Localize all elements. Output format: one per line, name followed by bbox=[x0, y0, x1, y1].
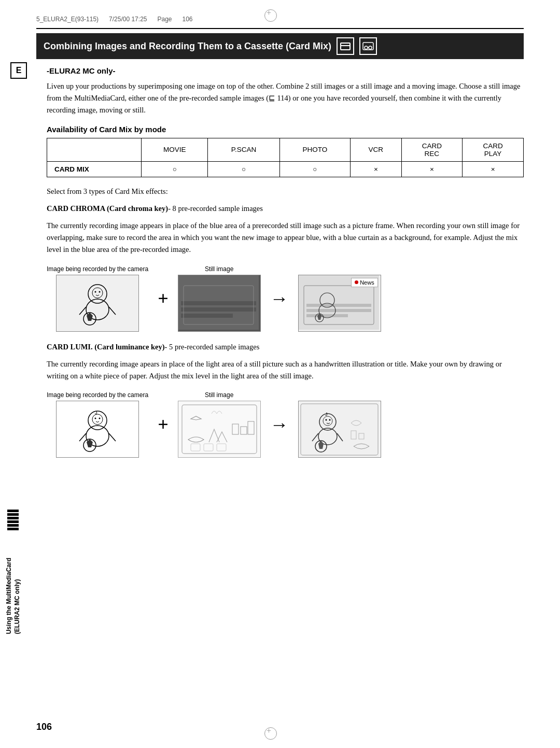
e-badge: E bbox=[10, 62, 27, 79]
lumi-camera-frame: J bbox=[56, 401, 139, 458]
file-header: 5_ELURA2_E(93-115) 7/25/00 17:25 Page 10… bbox=[36, 16, 524, 23]
row-label-card-mix: CARD MIX bbox=[47, 161, 142, 177]
plus-operator-2: + bbox=[153, 414, 173, 435]
news-screen-svg bbox=[178, 275, 259, 330]
svg-point-26 bbox=[88, 411, 107, 430]
combined-news-dot-icon bbox=[355, 280, 358, 284]
col-header-card-play: CARDPLAY bbox=[463, 138, 524, 161]
intro-paragraph: Liven up your productions by superimposi… bbox=[47, 80, 524, 117]
title-bar: Combining Images and Recording Them to a… bbox=[36, 33, 524, 59]
tape-icon bbox=[359, 37, 377, 55]
svg-point-53 bbox=[326, 419, 327, 420]
lumi-combined-frame: J bbox=[298, 401, 381, 458]
svg-rect-16 bbox=[181, 314, 233, 318]
side-label: Using the MultiMediaCard (ELURA2 MC only… bbox=[5, 558, 21, 634]
combined-image-box: placeholder News bbox=[298, 265, 381, 332]
lumi-card-frame bbox=[178, 401, 261, 458]
lumi-still-label: Still image bbox=[205, 391, 233, 399]
svg-point-32 bbox=[95, 417, 96, 419]
camera-image-box: Image being recorded by the camera bbox=[47, 265, 148, 332]
card-lumi-heading-para: CARD LUMI. (Card luminance key)- 5 pre-r… bbox=[47, 341, 524, 353]
card-chroma-suffix: - 8 pre-recorded sample images bbox=[168, 204, 263, 213]
combined-frame: News bbox=[298, 275, 381, 332]
card-lumi-body: The currently recording image apears in … bbox=[47, 358, 524, 382]
table-row: CARD MIX ○ ○ ○ × × × bbox=[47, 161, 524, 177]
svg-point-12 bbox=[99, 291, 101, 293]
cell-card-play: × bbox=[463, 161, 524, 177]
card-chroma-body: The currently recording image appears in… bbox=[47, 220, 524, 256]
svg-rect-21 bbox=[306, 309, 371, 312]
lumi-camera-label: Image being recorded by the camera bbox=[47, 391, 148, 399]
card-lumi-heading: CARD LUMI. (Card luminance key) bbox=[47, 343, 165, 351]
arrow-operator-1: → bbox=[266, 288, 293, 309]
svg-line-29 bbox=[79, 433, 86, 441]
svg-point-4 bbox=[369, 46, 372, 49]
svg-rect-20 bbox=[306, 304, 371, 307]
lumi-still-image-box: Still image bbox=[178, 391, 261, 458]
page-num: 106 bbox=[183, 16, 193, 23]
svg-rect-0 bbox=[341, 43, 350, 50]
section-subtitle: -ELURA2 MC only- bbox=[47, 66, 524, 75]
svg-rect-14 bbox=[181, 301, 256, 305]
title-text: Combining Images and Recording Them to a… bbox=[44, 41, 331, 52]
lumi-camera-image-box: Image being recorded by the camera bbox=[47, 391, 148, 458]
side-label-line1: Using the MultiMediaCard bbox=[5, 558, 12, 634]
lumi-card-svg bbox=[180, 403, 258, 455]
still-label: Still image bbox=[205, 265, 233, 273]
table-section: Availability of Card Mix by mode MOVIE P… bbox=[47, 125, 524, 177]
plus-operator-1: + bbox=[153, 288, 173, 309]
svg-point-5 bbox=[88, 285, 107, 303]
card-chroma-heading: CARD CHROMA (Card chroma key) bbox=[47, 204, 168, 213]
svg-line-30 bbox=[109, 433, 116, 441]
illustration-chroma: Image being recorded by the camera bbox=[47, 265, 524, 332]
combined-news-text: News bbox=[360, 279, 374, 286]
cell-photo: ○ bbox=[279, 161, 351, 177]
page-number: 106 bbox=[36, 722, 52, 732]
col-header-card-rec: CARDREC bbox=[401, 138, 463, 161]
side-stripes-decoration bbox=[7, 510, 19, 530]
svg-line-9 bbox=[109, 307, 116, 315]
lumi-boy-svg: J bbox=[64, 405, 131, 454]
still-image-box: Still image News bbox=[178, 265, 261, 332]
availability-table: MOVIE P.SCAN PHOTO VCR CARDREC CARDPLAY … bbox=[47, 138, 524, 177]
svg-point-33 bbox=[99, 417, 101, 419]
news-frame: News bbox=[178, 275, 261, 332]
card-icon bbox=[337, 37, 354, 55]
date-time: 7/25/00 17:25 bbox=[109, 16, 147, 23]
camera-label: Image being recorded by the camera bbox=[47, 265, 148, 273]
svg-rect-22 bbox=[306, 314, 348, 317]
lumi-combined-box: placeholder bbox=[298, 391, 381, 458]
table-heading: Availability of Card Mix by mode bbox=[47, 125, 524, 134]
col-header-pscan: P.SCAN bbox=[208, 138, 279, 161]
cell-vcr: × bbox=[351, 161, 401, 177]
svg-rect-43 bbox=[299, 402, 380, 457]
card-lumi-suffix: - 5 pre-recorded sample images bbox=[165, 343, 260, 351]
select-text: Select from 3 types of Card Mix effects: bbox=[47, 186, 524, 197]
svg-point-6 bbox=[92, 288, 103, 298]
card-chroma-heading-para: CARD CHROMA (Card chroma key)- 8 pre-rec… bbox=[47, 203, 524, 215]
page-label: Page bbox=[157, 16, 172, 23]
lumi-combined-svg: J bbox=[299, 402, 380, 457]
cell-movie: ○ bbox=[142, 161, 208, 177]
svg-point-11 bbox=[95, 291, 96, 293]
e-badge-container: E bbox=[10, 62, 27, 79]
col-header-movie: MOVIE bbox=[142, 138, 208, 161]
svg-line-8 bbox=[79, 307, 86, 315]
svg-point-3 bbox=[365, 46, 368, 49]
file-info: 5_ELURA2_E(93-115) bbox=[36, 16, 99, 23]
arrow-operator-2: → bbox=[266, 414, 293, 435]
col-header-vcr: VCR bbox=[351, 138, 401, 161]
col-header-photo: PHOTO bbox=[279, 138, 351, 161]
cell-card-rec: × bbox=[401, 161, 463, 177]
col-header-empty bbox=[47, 138, 142, 161]
side-label-line2: (ELURA2 MC only) bbox=[13, 558, 21, 634]
svg-point-27 bbox=[92, 414, 103, 425]
svg-text:J: J bbox=[325, 412, 328, 417]
illustration-lumi: Image being recorded by the camera bbox=[47, 391, 524, 458]
svg-rect-15 bbox=[181, 307, 256, 312]
camera-boy-svg bbox=[64, 278, 131, 328]
svg-text:J: J bbox=[95, 410, 97, 415]
svg-point-54 bbox=[329, 419, 331, 420]
camera-frame bbox=[56, 275, 139, 332]
cell-pscan: ○ bbox=[208, 161, 279, 177]
